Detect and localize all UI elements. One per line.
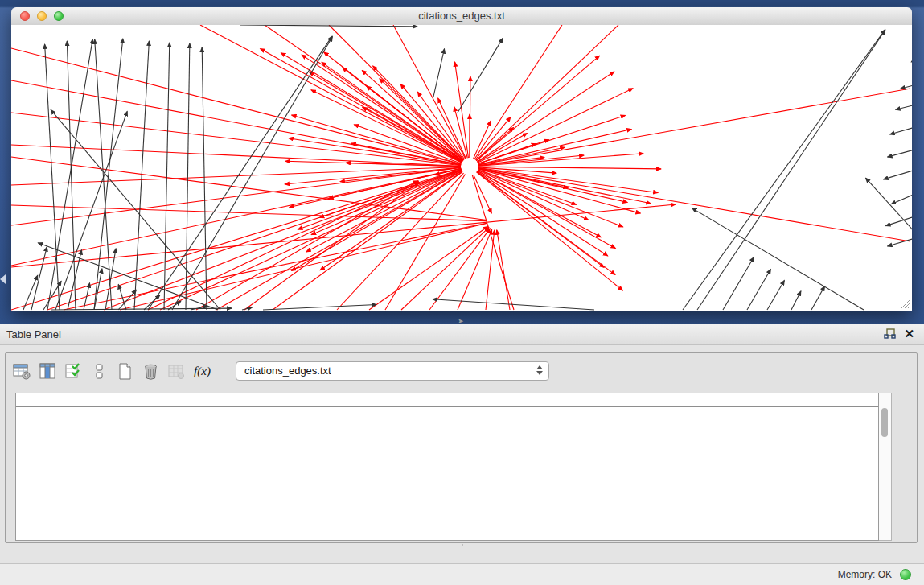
network-edge <box>891 187 912 204</box>
memory-status-label: Memory: OK <box>838 569 892 580</box>
network-edge <box>11 157 487 220</box>
node-attribute-table <box>15 393 879 541</box>
scrollbar-thumb[interactable] <box>881 408 888 437</box>
network-edge <box>200 25 462 163</box>
selector-updown-arrows-icon <box>536 365 543 375</box>
column-visibility-icon[interactable] <box>38 361 58 381</box>
network-edge <box>11 145 461 166</box>
network-edge <box>369 226 488 310</box>
network-edge <box>885 211 912 226</box>
float-panel-icon[interactable] <box>884 328 896 340</box>
network-edge <box>11 169 462 310</box>
network-edge <box>884 165 912 179</box>
network-edge <box>309 72 462 163</box>
new-table-icon[interactable] <box>115 361 135 381</box>
network-edge <box>911 48 912 62</box>
application-desktop: citations_edges.txt ➤ <box>0 0 924 324</box>
collapsed-panel-arrow-icon[interactable] <box>0 274 6 284</box>
network-edge <box>486 230 495 310</box>
network-edge <box>458 38 503 113</box>
network-window-titlebar[interactable]: citations_edges.txt <box>11 7 912 26</box>
network-edge <box>896 101 912 109</box>
network-edge <box>55 111 127 310</box>
memory-ok-indicator[interactable] <box>900 569 911 580</box>
network-edge <box>273 171 462 310</box>
network-table-selector[interactable]: citations_edges.txt <box>236 361 549 381</box>
network-window: citations_edges.txt <box>11 7 912 311</box>
network-edge <box>767 280 784 310</box>
network-edge <box>433 49 445 97</box>
table-panel-body: f(x) citations_edges.txt <box>5 352 918 543</box>
window-resize-grip[interactable] <box>899 298 910 309</box>
table-panel-header: Table Panel ✕ <box>0 324 924 345</box>
network-edge <box>11 48 461 164</box>
network-edge <box>477 72 614 162</box>
table-panel: Table Panel ✕ <box>0 324 924 563</box>
network-edge <box>811 286 825 310</box>
network-edge <box>191 306 207 310</box>
table-toolbar: f(x) citations_edges.txt <box>12 358 549 384</box>
network-edge <box>45 44 60 310</box>
network-edge <box>478 168 910 241</box>
table-vertical-scrollbar[interactable] <box>879 393 892 541</box>
close-panel-icon[interactable]: ✕ <box>904 328 914 340</box>
status-bar: Memory: OK <box>0 563 924 585</box>
row-handle-icon[interactable] <box>89 361 109 381</box>
network-table-selector-value: citations_edges.txt <box>244 365 331 377</box>
network-edge <box>478 129 632 164</box>
delete-table-icon[interactable] <box>141 361 161 381</box>
network-edge <box>901 80 912 89</box>
network-edge <box>497 230 510 310</box>
import-table-disabled-icon <box>166 361 187 381</box>
network-edge <box>683 30 885 310</box>
network-edge <box>888 145 912 157</box>
network-edge <box>429 229 490 310</box>
network-edge <box>890 122 912 134</box>
network-edge <box>474 121 491 159</box>
window-title: citations_edges.txt <box>11 10 912 22</box>
network-edge <box>692 208 864 310</box>
network-edge <box>51 308 232 310</box>
network-edge <box>11 205 487 221</box>
network-edge <box>263 305 376 310</box>
network-edge <box>320 171 462 270</box>
network-edge <box>476 56 599 161</box>
table-settings-icon[interactable] <box>12 361 32 381</box>
network-edge <box>474 25 562 159</box>
network-edge <box>697 30 885 310</box>
network-canvas[interactable] <box>11 25 912 311</box>
network-edge <box>477 172 623 290</box>
network-edge <box>306 171 462 252</box>
network-edge <box>373 66 464 160</box>
network-edge <box>791 291 801 310</box>
network-edge <box>478 89 910 165</box>
select-columns-icon[interactable] <box>64 361 84 381</box>
table-type-tabs <box>462 544 463 546</box>
network-edge <box>31 247 47 310</box>
network-edge <box>196 181 418 310</box>
network-edge <box>478 167 661 169</box>
network-edge <box>64 223 487 310</box>
network-edge <box>244 182 419 310</box>
network-edge <box>38 243 218 310</box>
table-panel-title: Table Panel <box>6 328 61 340</box>
network-edge <box>747 270 770 310</box>
network-edge <box>67 41 76 310</box>
network-edge <box>470 76 470 158</box>
table-header-row <box>16 393 878 407</box>
function-builder-icon[interactable]: f(x) <box>192 361 212 381</box>
citation-network-graph[interactable] <box>11 25 912 311</box>
network-edge <box>401 228 489 310</box>
